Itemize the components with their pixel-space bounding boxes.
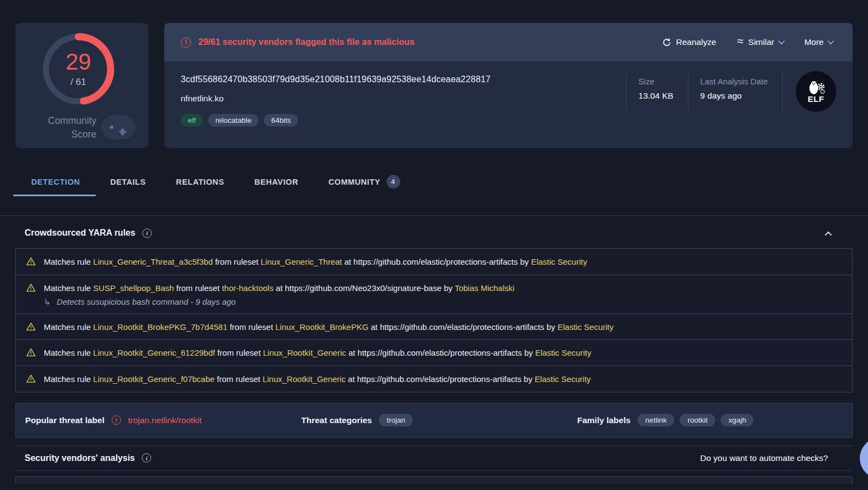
rule-link[interactable]: Linux_Rootkit_Generic_61229bdf — [93, 348, 215, 357]
header-section: 29 / 61 Community Score 29/61 security v… — [0, 0, 868, 148]
from-ruleset-text: from ruleset — [215, 374, 263, 384]
similar-button[interactable]: Similar — [737, 37, 784, 47]
family-pill-rootkit[interactable]: rootkit — [680, 414, 715, 426]
elf-label: ELF — [808, 94, 824, 104]
vendors-table-top-edge — [15, 476, 853, 484]
from-ruleset-text: from ruleset — [174, 283, 222, 293]
family-label-pills: netlinkrootkitxgajh — [637, 414, 754, 426]
penguin-gear-icon — [806, 80, 826, 95]
automate-checks-text: Do you want to automate checks? — [700, 453, 844, 463]
info-icon[interactable] — [142, 229, 152, 238]
reanalyze-button[interactable]: Reanalyze — [662, 37, 716, 47]
vote-up-icon[interactable] — [119, 118, 127, 133]
rule-link[interactable]: SUSP_shellpop_Bash — [93, 283, 174, 293]
tab-details[interactable]: DETAILS — [110, 176, 146, 196]
rule-author-link[interactable]: Elastic Security — [557, 322, 614, 332]
floating-action-circle[interactable] — [860, 437, 868, 479]
rule-source-text: at https://github.com/elastic/protection… — [346, 348, 535, 357]
file-tags: elfrelocatable64bits — [181, 114, 491, 127]
family-pill-netlink[interactable]: netlink — [637, 414, 674, 426]
from-ruleset-text: from ruleset — [215, 348, 263, 357]
popular-threat-label: Popular threat label — [25, 415, 105, 425]
tab-detection[interactable]: DETECTION — [31, 176, 80, 196]
vendors-analysis-header: Security vendors' analysis Do you want t… — [15, 446, 853, 471]
score-value: 29 — [66, 50, 91, 73]
header-actions: Reanalyze Similar More — [662, 37, 833, 47]
score-readout: 29 / 61 — [40, 31, 117, 107]
alert-text: 29/61 security vendors flagged this file… — [198, 37, 415, 47]
file-tag-64bits[interactable]: 64bits — [264, 114, 298, 127]
community-count-badge: 4 — [387, 175, 400, 189]
sub-arrow-icon — [44, 297, 51, 307]
more-button[interactable]: More — [804, 37, 833, 47]
matches-rule-text: Matches rule — [44, 283, 93, 293]
similar-icon — [737, 37, 744, 47]
rule-link[interactable]: Linux_Rootkit_BrokePKG_7b7d4581 — [93, 322, 227, 332]
file-tag-relocatable[interactable]: relocatable — [208, 114, 258, 127]
warning-triangle-icon — [26, 347, 36, 357]
rule-author-link[interactable]: Tobias Michalski — [455, 283, 514, 293]
family-pill-xgajh[interactable]: xgajh — [721, 414, 754, 426]
ruleset-link[interactable]: Linux_Generic_Threat — [261, 257, 342, 266]
threat-category-pills: trojan — [379, 414, 413, 426]
community-score-card: 29 / 61 Community Score — [15, 23, 148, 148]
rule-author-link[interactable]: Elastic Security — [535, 348, 591, 357]
ruleset-link[interactable]: Linux_Rootkit_BrokePKG — [275, 322, 369, 332]
community-vote-stepper[interactable] — [101, 115, 135, 139]
community-score-label: Community Score — [25, 114, 96, 142]
virustotal-detection-page: { "score_card": { "score": "29", "total"… — [0, 0, 868, 490]
yara-section-title: Crowdsourced YARA rules — [25, 228, 135, 238]
rule-description: Detects susupicious bash command - 9 day… — [44, 297, 514, 307]
chevron-down-icon — [827, 38, 833, 44]
tab-bar: DETECTIONDETAILSRELATIONSBEHAVIORCOMMUNI… — [31, 176, 853, 196]
matches-rule-text: Matches rule — [44, 322, 93, 332]
warning-triangle-icon — [26, 374, 36, 384]
vote-dot-icon — [110, 126, 113, 129]
ruleset-link[interactable]: Linux_Rootkit_Generic — [262, 374, 346, 384]
category-pill-trojan[interactable]: trojan — [379, 414, 413, 426]
alert-icon — [181, 37, 191, 48]
file-summary-card: 29/61 security vendors flagged this file… — [164, 23, 853, 148]
rule-source-text: at https://github.com/elastic/protection… — [369, 322, 557, 332]
rule-link[interactable]: Linux_Generic_Threat_a3c5f3bd — [93, 257, 212, 266]
rule-source-text: at https://github.com/elastic/protection… — [346, 374, 534, 384]
from-ruleset-text: from ruleset — [227, 322, 275, 332]
warning-triangle-icon — [26, 257, 36, 266]
vendors-analysis-title: Security vendors' analysis — [25, 453, 135, 463]
rule-author-link[interactable]: Elastic Security — [531, 257, 588, 266]
yara-rule-row: Matches rule Linux_Rootkit_BrokePKG_7b7d… — [16, 314, 852, 340]
threat-categories-group: Threat categories trojan — [301, 414, 577, 426]
tab-relations[interactable]: RELATIONS — [176, 176, 224, 196]
elf-filetype-badge: ELF — [796, 71, 836, 112]
yara-rule-row: Matches rule Linux_Rootkit_Generic_61229… — [16, 340, 852, 366]
collapse-chevron-up-icon[interactable] — [825, 231, 832, 238]
yara-rule-row: Matches rule Linux_Generic_Threat_a3c5f3… — [16, 249, 852, 275]
last-analysis-date: Last Analysis Date 9 days ago — [688, 75, 782, 110]
ruleset-link[interactable]: Linux_Rootkit_Generic — [263, 348, 346, 357]
warning-triangle-icon — [26, 322, 36, 332]
divider — [0, 215, 868, 216]
info-icon[interactable] — [142, 453, 151, 463]
family-labels-group: Family labels netlinkrootkitxgajh — [577, 414, 754, 426]
file-size: Size 13.04 KB — [626, 75, 688, 110]
rule-link[interactable]: Linux_Rootkit_Generic_f07bcabe — [93, 374, 215, 384]
yara-section-header: Crowdsourced YARA rules — [25, 228, 831, 238]
tab-behavior[interactable]: BEHAVIOR — [254, 176, 298, 196]
malicious-alert-banner: 29/61 security vendors flagged this file… — [164, 23, 853, 61]
ruleset-link[interactable]: thor-hacktools — [222, 283, 273, 293]
popular-threat-label-group: Popular threat label trojan.netlink/root… — [25, 415, 301, 425]
file-hash[interactable]: 3cdf556862470b38503f79d9d35e21008b11f196… — [181, 75, 491, 84]
rule-author-link[interactable]: Elastic Security — [534, 374, 591, 384]
score-total: / 61 — [71, 77, 86, 88]
matches-rule-text: Matches rule — [44, 348, 93, 357]
file-identity: 3cdf556862470b38503f79d9d35e21008b11f196… — [181, 75, 491, 148]
from-ruleset-text: from ruleset — [213, 257, 261, 266]
refresh-icon — [662, 38, 671, 47]
matches-rule-text: Matches rule — [44, 374, 93, 384]
tab-community[interactable]: COMMUNITY4 — [329, 176, 400, 196]
file-tag-elf[interactable]: elf — [181, 114, 203, 127]
threat-label-value: trojan.netlink/rootkit — [128, 415, 202, 425]
file-details: 3cdf556862470b38503f79d9d35e21008b11f196… — [164, 61, 853, 148]
rule-source-text: at https://github.com/Neo23x0/signature-… — [273, 283, 455, 293]
matches-rule-text: Matches rule — [44, 257, 93, 266]
